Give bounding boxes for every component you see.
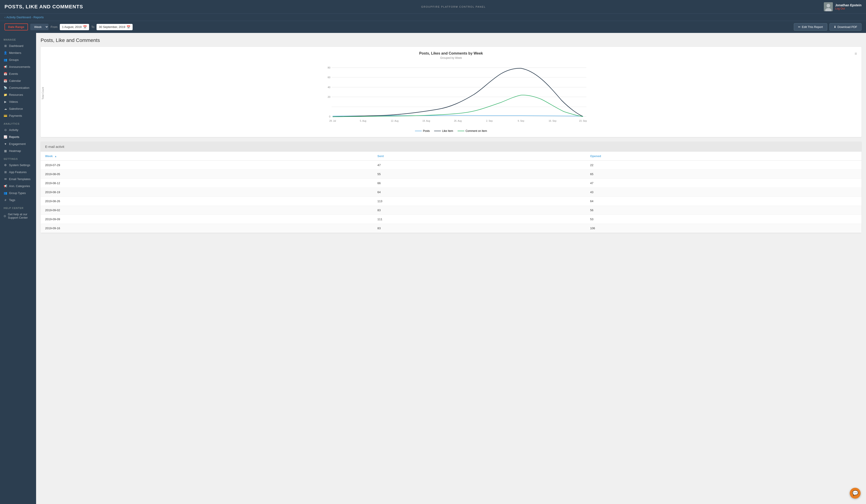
chat-fab-button[interactable]: 💬 [850,488,861,499]
date-range-button[interactable]: Date Range [4,23,28,31]
table-row: 2019-08-19 64 43 [41,188,862,197]
sidebar-item-events[interactable]: 📅 Events [0,70,36,77]
svg-text:40: 40 [328,86,330,89]
sidebar-item-app-features-label: App Features [9,170,26,174]
legend-comment-on-item-label: Comment on Item [465,130,487,133]
col-sent[interactable]: Sent [373,152,586,161]
week-select[interactable]: Week [30,24,48,30]
logout-link[interactable]: Log Out [835,7,862,10]
salesforce-icon: ☁ [3,107,7,110]
resources-icon: 📁 [3,93,7,97]
payments-icon: 💳 [3,114,7,117]
svg-text:23. Sep: 23. Sep [579,120,587,122]
sidebar-item-tags[interactable]: # Tags [0,197,36,203]
chat-icon: 💬 [852,490,858,496]
activity-icon: ⊙ [3,128,7,132]
cell-week: 2019-08-19 [41,188,373,197]
sidebar-item-activity[interactable]: ⊙ Activity [0,126,36,133]
sidebar-item-communication[interactable]: 📡 Communication [0,84,36,91]
sidebar-item-engagement-label: Engagement [9,142,26,146]
page-title: POSTS, LIKE AND COMMENTS [4,4,83,10]
download-icon: ⬇ [834,25,836,29]
chart-menu-icon[interactable]: ≡ [855,52,857,56]
cell-sent: 47 [373,161,586,170]
download-pdf-label: Download PDF [837,25,857,29]
back-arrow-icon: ‹ [4,15,5,19]
sidebar-item-reports[interactable]: 📈 Reports [0,133,36,141]
chart-card: Posts, Likes and Comments by Week Groupe… [41,47,862,137]
sidebar-item-ann-categories[interactable]: 📢 Ann. Categories [0,182,36,190]
col-opened[interactable]: Opened [586,152,862,161]
download-pdf-button[interactable]: ⬇ Download PDF [830,23,862,31]
sidebar-item-help-label: Get help at our Support Center [8,213,32,219]
like-item-line-color [434,131,441,131]
sidebar-item-dashboard[interactable]: ⊞ Dashboard [0,42,36,49]
table-row: 2019-08-26 113 64 [41,197,862,206]
ann-categories-icon: 📢 [3,184,7,188]
sidebar-item-help[interactable]: ⊙ Get help at our Support Center [0,211,36,221]
from-date-value: 1 August, 2019 [62,25,82,29]
sidebar-item-calendar[interactable]: 📆 Calendar [0,77,36,84]
cell-sent: 66 [373,179,586,188]
system-settings-icon: ⚙ [3,164,7,167]
toolbar: ‹ Activity Dashboard - Reports [0,13,866,21]
sidebar-item-events-label: Events [9,72,18,76]
sidebar-item-payments[interactable]: 💳 Payments [0,112,36,119]
sidebar-item-announcements[interactable]: 📢 Announcements [0,63,36,70]
cell-opened: 65 [586,170,862,179]
help-icon: ⊙ [3,214,6,218]
sort-week-icon: ▲ [54,155,57,158]
cell-week: 2019-09-02 [41,206,373,215]
posts-line-color [415,131,422,131]
calendar-icon-from: 📅 [83,25,87,29]
sidebar-item-dashboard-label: Dashboard [9,44,23,47]
col-week-label: Week [45,154,53,158]
analytics-section-label: ANALYTICS [0,119,36,126]
sidebar-item-tags-label: Tags [9,198,15,202]
chart-title: Posts, Likes and Comments by Week [316,52,586,55]
email-activity-table-section: E-mail activit Week ▲ Sent Opened [41,142,862,233]
sidebar-item-app-features[interactable]: ⊞ App Features [0,169,36,176]
table-row: 2019-09-16 83 106 [41,224,862,233]
legend-posts-label: Posts [423,130,430,133]
cell-week: 2019-08-05 [41,170,373,179]
col-sent-label: Sent [378,154,384,158]
svg-text:12. Aug: 12. Aug [391,120,399,122]
sidebar-item-engagement[interactable]: ♥ Engagement [0,141,36,147]
report-title: Posts, Like and Comments [41,37,862,43]
sidebar-item-system-settings[interactable]: ⚙ System Settings [0,161,36,169]
cell-week: 2019-08-26 [41,197,373,206]
sidebar-item-email-templates[interactable]: ✉ Email Templates [0,176,36,182]
edit-report-button[interactable]: ✏ Edit This Report [794,23,827,31]
sidebar-item-members-label: Members [9,51,21,55]
chart-subtitle: Grouped by Week [316,56,586,59]
toolbar-actions: ✏ Edit This Report ⬇ Download PDF [794,23,862,31]
cell-opened: 47 [586,179,862,188]
platform-label: GROUPFIRE PLATFORM CONTROL PANEL [421,5,486,8]
sidebar-item-email-templates-label: Email Templates [9,177,31,181]
legend-posts: Posts [415,130,430,133]
cell-opened: 43 [586,188,862,197]
col-week[interactable]: Week ▲ [41,152,373,161]
sidebar-item-salesforce-label: Salesforce [9,107,23,110]
svg-text:9. Sep: 9. Sep [518,120,524,122]
sidebar-item-resources-label: Resources [9,93,23,97]
sidebar-item-group-types[interactable]: 👥 Group Types [0,190,36,197]
sidebar-item-ann-categories-label: Ann. Categories [9,184,30,188]
edit-report-label: Edit This Report [802,25,823,29]
manage-section-label: MANAGE [0,35,36,42]
sidebar-item-groups[interactable]: 👥 Groups [0,56,36,63]
to-date-input[interactable]: 30 September, 2019 📅 [97,24,133,30]
sidebar-item-resources[interactable]: 📁 Resources [0,91,36,98]
breadcrumb[interactable]: ‹ Activity Dashboard - Reports [4,15,862,19]
user-info: Jonathan Epstein Log Out [835,3,862,10]
main-layout: MANAGE ⊞ Dashboard 👤 Members 👥 Groups 📢 … [0,33,866,504]
sidebar-item-salesforce[interactable]: ☁ Salesforce [0,105,36,112]
from-date-input[interactable]: 1 August, 2019 📅 [60,24,89,30]
sidebar-item-heatmap[interactable]: ▦ Heatmap [0,147,36,154]
sidebar-item-members[interactable]: 👤 Members [0,49,36,56]
breadcrumb-text: Activity Dashboard - Reports [6,15,44,19]
table-section-header: E-mail activit [41,142,862,152]
sidebar-item-videos[interactable]: ▶ Videos [0,98,36,105]
svg-text:20: 20 [328,96,330,98]
